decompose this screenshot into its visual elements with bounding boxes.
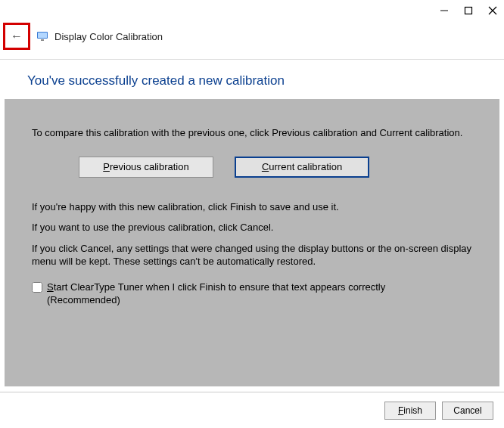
back-arrow-icon[interactable]: ← (11, 29, 23, 43)
wizard-footer: Finish Cancel (0, 392, 504, 428)
window-title: Display Color Calibration (54, 31, 163, 42)
title-bar (0, 0, 504, 21)
back-button-highlight: ← (3, 23, 30, 50)
page-heading: You've successfully created a new calibr… (27, 73, 477, 88)
close-button[interactable] (487, 5, 498, 16)
svg-rect-6 (41, 39, 44, 41)
cancel-button[interactable]: Cancel (442, 402, 493, 420)
current-calibration-button[interactable]: Current calibration (235, 157, 369, 178)
compare-button-row: Previous calibration Current calibration (79, 157, 478, 178)
finish-instruction-text: If you're happy with this new calibratio… (32, 200, 478, 214)
finish-button[interactable]: Finish (384, 402, 436, 420)
cleartype-checkbox-row: Start ClearType Tuner when I click Finis… (32, 281, 478, 307)
cleartype-checkbox[interactable] (32, 282, 42, 293)
svg-rect-1 (465, 8, 472, 14)
maximize-button[interactable] (463, 5, 474, 16)
cleartype-checkbox-label[interactable]: Start ClearType Tuner when I click Finis… (47, 281, 440, 307)
svg-rect-5 (38, 33, 47, 38)
previous-calibration-button[interactable]: Previous calibration (79, 157, 213, 178)
heading-area: You've successfully created a new calibr… (0, 60, 504, 99)
cancel-note-text: If you click Cancel, any settings that w… (32, 242, 478, 268)
window-controls (439, 5, 498, 16)
content-panel: To compare this calibration with the pre… (5, 99, 499, 386)
header-row: ← Display Color Calibration (0, 21, 504, 60)
display-calibration-icon (36, 30, 48, 42)
minimize-button[interactable] (439, 5, 450, 16)
cancel-instruction-text: If you want to use the previous calibrat… (32, 221, 478, 234)
compare-instruction-text: To compare this calibration with the pre… (32, 126, 478, 140)
